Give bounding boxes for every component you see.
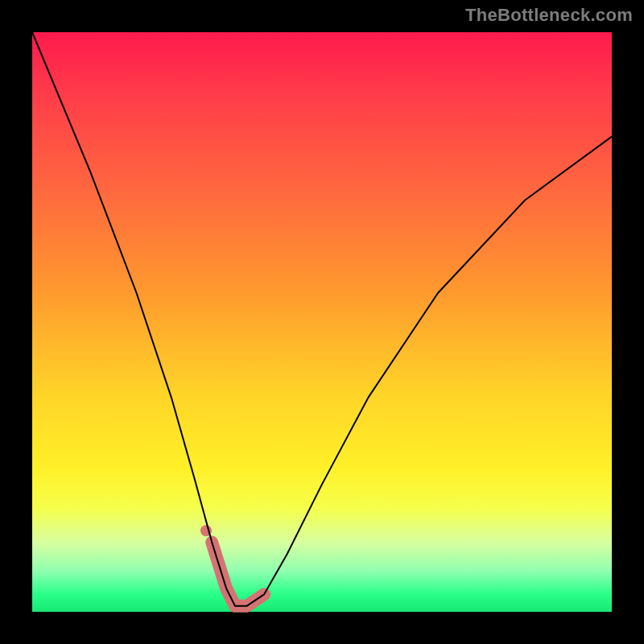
watermark-text: TheBottleneck.com	[465, 5, 633, 26]
bottleneck-curve-path	[32, 32, 612, 606]
highlight-band-path	[212, 543, 264, 606]
chart-svg	[32, 32, 612, 612]
chart-frame: TheBottleneck.com	[0, 0, 644, 644]
plot-area	[32, 32, 612, 612]
